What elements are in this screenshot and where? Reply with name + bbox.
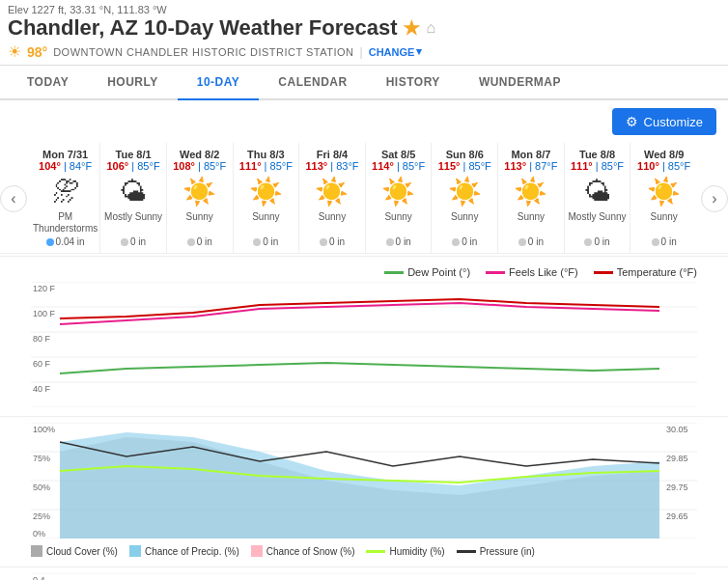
day-date: Wed 8/9 xyxy=(632,149,695,160)
forecast-container: ‹ Mon 7/31 104° | 84°F ⛈ PM Thunderstorm… xyxy=(0,143,728,254)
weather-desc: PM Thunderstorms xyxy=(33,211,98,236)
day-col-2[interactable]: Wed 8/2 108° | 85°F ☀️ Sunny 0 in xyxy=(167,143,234,253)
weather-icon: ☀️ xyxy=(632,176,695,207)
low-temp: | 85°F xyxy=(397,160,425,172)
legend-square xyxy=(129,545,141,557)
precip-amount: 0 in xyxy=(169,236,231,247)
day-date: Tue 8/1 xyxy=(102,149,164,160)
svg-text:40 F: 40 F xyxy=(33,384,51,394)
weather-icon: ☀️ xyxy=(236,176,297,207)
weather-icon: ⛈ xyxy=(33,176,98,207)
day-temps: 113° | 83°F xyxy=(301,160,363,172)
home-icon[interactable]: ⌂ xyxy=(426,19,435,37)
precip-chart-area: 100% 75% 50% 25% 0% 30.05 29.85 29.75 29… xyxy=(0,419,728,565)
chart2-legend-item: Pressure (in) xyxy=(457,546,535,557)
low-temp: | 84°F xyxy=(64,160,92,172)
nav-tab-10-day[interactable]: 10-DAY xyxy=(178,66,260,100)
day-col-3[interactable]: Thu 8/3 111° | 85°F ☀️ Sunny 0 in xyxy=(234,143,300,253)
day-col-6[interactable]: Sun 8/6 115° | 85°F ☀️ Sunny 0 in xyxy=(432,143,498,253)
svg-text:29.75: 29.75 xyxy=(666,483,688,492)
day-temps: 115° | 85°F xyxy=(434,160,495,172)
svg-text:29.65: 29.65 xyxy=(666,511,688,521)
day-temps: 104° | 84°F xyxy=(33,160,98,172)
day-col-9[interactable]: Wed 8/9 110° | 85°F ☀️ Sunny 0 in xyxy=(630,143,697,253)
legend-line xyxy=(594,271,613,274)
day-col-4[interactable]: Fri 8/4 113° | 83°F ☀️ Sunny 0 in xyxy=(299,143,366,253)
precip-chart: 100% 75% 50% 25% 0% 30.05 29.85 29.75 29… xyxy=(31,423,697,539)
svg-text:30.05: 30.05 xyxy=(666,425,688,434)
legend-label: Temperature (°F) xyxy=(617,266,697,278)
high-temp: 111° xyxy=(239,160,262,172)
customize-button[interactable]: ⚙ Customize xyxy=(612,108,716,135)
chart2-legend-item: Cloud Cover (%) xyxy=(31,545,118,557)
day-date: Thu 8/3 xyxy=(236,149,297,160)
weather-icon: ☀️ xyxy=(169,176,231,207)
chart2-legend-item: Humidity (%) xyxy=(366,546,444,557)
weather-desc: Sunny xyxy=(169,211,231,236)
low-temp: | 85°F xyxy=(596,160,624,172)
chart2-legend-item: Chance of Precip. (%) xyxy=(129,545,239,557)
day-temps: 111° | 85°F xyxy=(236,160,297,172)
day-col-7[interactable]: Mon 8/7 113° | 87°F ☀️ Sunny 0 in xyxy=(498,143,565,253)
precip-amount: 0 in xyxy=(434,236,495,247)
day-date: Mon 8/7 xyxy=(500,149,562,160)
precip-amount: 0 in xyxy=(567,236,629,247)
weather-desc: Sunny xyxy=(500,211,562,236)
toolbar: ⚙ Customize xyxy=(0,100,728,143)
weather-desc: Sunny xyxy=(301,211,363,236)
chart2-legend: Cloud Cover (%)Chance of Precip. (%)Chan… xyxy=(31,541,697,561)
svg-text:60 F: 60 F xyxy=(33,359,51,369)
current-temp: 98° xyxy=(27,44,47,60)
next-arrow[interactable]: › xyxy=(701,185,728,212)
legend-line xyxy=(384,271,404,274)
legend-label: Pressure (in) xyxy=(480,546,535,557)
day-col-1[interactable]: Tue 8/1 106° | 85°F 🌤 Mostly Sunny 0 in xyxy=(100,143,167,253)
day-date: Sun 8/6 xyxy=(434,149,495,160)
low-temp: | 85°F xyxy=(131,160,159,172)
chart2-legend-item: Chance of Snow (%) xyxy=(251,545,355,557)
nav-tab-calendar[interactable]: CALENDAR xyxy=(259,66,366,100)
nav-tabs: TODAYHOURLY10-DAYCALENDARHISTORYWUNDERMA… xyxy=(0,66,728,100)
precip-dot xyxy=(584,238,592,246)
legend-item: Temperature (°F) xyxy=(594,266,697,278)
day-temps: 113° | 87°F xyxy=(500,160,562,172)
precip-amount: 0.04 in xyxy=(33,236,98,247)
legend-square xyxy=(31,545,42,557)
precip-amount: 0 in xyxy=(301,236,363,247)
gear-icon: ⚙ xyxy=(626,114,638,129)
precip-dot xyxy=(121,238,128,246)
high-temp: 108° xyxy=(173,160,195,172)
day-temps: 111° | 85°F xyxy=(567,160,629,172)
temperature-chart-area: Dew Point (°)Feels Like (°F)Temperature … xyxy=(0,259,728,414)
nav-tab-history[interactable]: HISTORY xyxy=(367,66,460,100)
day-col-8[interactable]: Tue 8/8 111° | 85°F 🌤 Mostly Sunny 0 in xyxy=(565,143,631,253)
legend-item: Feels Like (°F) xyxy=(486,266,578,278)
legend-line xyxy=(457,550,476,553)
low-temp: | 85°F xyxy=(265,160,293,172)
change-button[interactable]: CHANGE ▾ xyxy=(369,45,423,58)
weather-desc: Sunny xyxy=(368,211,430,236)
precip-dot xyxy=(320,238,327,246)
svg-text:100%: 100% xyxy=(33,425,55,434)
weather-desc: Mostly Sunny xyxy=(102,211,164,236)
nav-tab-today[interactable]: TODAY xyxy=(8,66,88,100)
high-temp: 113° xyxy=(305,160,327,172)
prev-arrow[interactable]: ‹ xyxy=(0,185,27,212)
star-icon[interactable]: ★ xyxy=(403,16,420,40)
precip-dot xyxy=(386,238,394,246)
low-temp: | 87°F xyxy=(529,160,557,172)
weather-desc: Sunny xyxy=(434,211,495,236)
svg-text:100 F: 100 F xyxy=(33,309,56,318)
svg-text:0.4: 0.4 xyxy=(33,575,45,580)
nav-tab-hourly[interactable]: HOURLY xyxy=(88,66,178,100)
day-col-0[interactable]: Mon 7/31 104° | 84°F ⛈ PM Thunderstorms … xyxy=(31,143,100,253)
weather-icon: ☀️ xyxy=(434,176,495,207)
nav-tab-wundermap[interactable]: WUNDERMAP xyxy=(460,66,580,100)
day-date: Tue 8/8 xyxy=(567,149,629,160)
temperature-chart: 120 F 100 F 80 F 60 F 40 F xyxy=(31,282,697,407)
location-bar: ☀ 98° DOWNTOWN CHANDLER HISTORIC DISTRIC… xyxy=(8,42,720,61)
elevation-text: Elev 1227 ft, 33.31 °N, 111.83 °W xyxy=(8,4,720,15)
day-col-5[interactable]: Sat 8/5 114° | 85°F ☀️ Sunny 0 in xyxy=(366,143,433,253)
low-temp: | 85°F xyxy=(463,160,491,172)
day-temps: 106° | 85°F xyxy=(102,160,164,172)
